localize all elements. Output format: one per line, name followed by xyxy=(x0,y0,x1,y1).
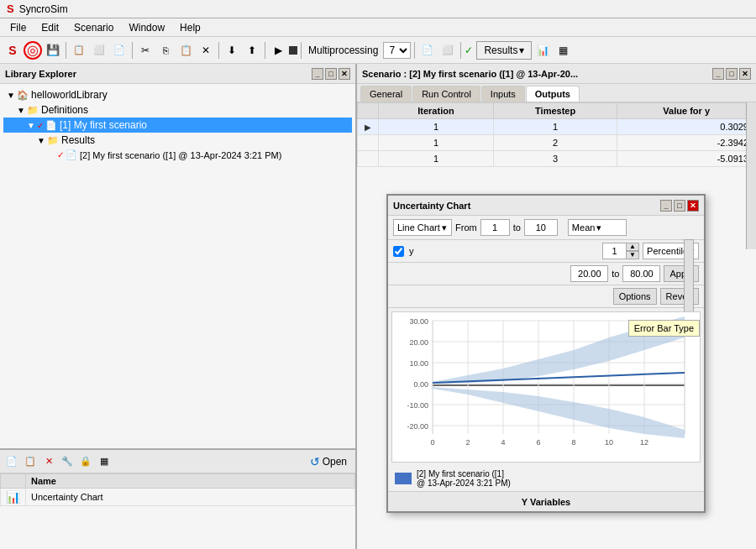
options-button[interactable]: Options xyxy=(613,288,657,305)
tab-general[interactable]: General xyxy=(360,86,412,102)
tab-bar: General Run Control Inputs Outputs xyxy=(357,84,756,102)
app-logo-btn[interactable]: S xyxy=(3,41,22,60)
library-panel-title: Library Explorer xyxy=(5,69,76,79)
tab-run-control[interactable]: Run Control xyxy=(412,86,480,102)
delete-btn[interactable]: ✕ xyxy=(197,41,215,60)
uncertainty-chart-window: Uncertainty Chart _ □ ✕ Line Chart ▾ Fro… xyxy=(386,194,706,513)
uncertainty-title: Uncertainty Chart xyxy=(393,201,470,211)
range-to-label: to xyxy=(612,269,619,279)
table-row[interactable]: 1 2 -2.3942 xyxy=(358,135,756,151)
iteration-2: 1 xyxy=(379,135,494,151)
chart-type-dropdown[interactable]: Line Chart ▾ xyxy=(393,219,452,236)
range-group: to Apply xyxy=(570,265,699,282)
menu-file[interactable]: File xyxy=(3,20,33,35)
tab-outputs[interactable]: Outputs xyxy=(526,86,580,102)
separator-3 xyxy=(218,42,219,59)
import-btn[interactable]: ⬆ xyxy=(243,41,261,60)
table-row[interactable]: 1 3 -5.0913 xyxy=(358,151,756,167)
copy-btn[interactable]: ⎘ xyxy=(156,41,175,60)
unc-toolbar-row4: Options Revert xyxy=(388,285,704,308)
svg-text:10: 10 xyxy=(605,438,613,447)
export-btn[interactable]: ⬇ xyxy=(223,41,241,60)
panel-close-btn[interactable]: ✕ xyxy=(339,68,350,80)
unc-minimize-btn[interactable]: _ xyxy=(660,200,672,212)
tree-definitions[interactable]: ▼ 📁 Definitions xyxy=(3,102,352,118)
save-icon[interactable]: 💾 xyxy=(44,41,62,60)
unc-toolbar-row1: Line Chart ▾ From to Mean ▾ xyxy=(388,216,704,240)
range-to-input[interactable] xyxy=(622,265,660,282)
app-title: SyncroSim xyxy=(19,3,68,15)
multiprocessing-select[interactable]: 7 xyxy=(383,42,411,59)
svg-text:4: 4 xyxy=(501,438,505,447)
main-area: Library Explorer _ □ ✕ ▼ 🏠 helloworldLib… xyxy=(0,64,756,549)
scenario-maximize-btn[interactable]: □ xyxy=(726,68,738,80)
paste-btn[interactable]: 📋 xyxy=(176,41,195,60)
lock-btn[interactable]: 🔒 xyxy=(77,453,94,470)
menu-edit[interactable]: Edit xyxy=(34,20,66,35)
scrollbar[interactable] xyxy=(746,102,756,249)
panel-minimize-btn[interactable]: _ xyxy=(312,68,323,80)
spin-up-btn[interactable]: ▲ xyxy=(626,243,639,251)
menu-help[interactable]: Help xyxy=(173,20,207,35)
result-file-icon: 📄 xyxy=(66,149,77,160)
stop-btn[interactable] xyxy=(289,46,297,55)
scenario-check-icon: ✓ xyxy=(37,121,44,130)
layout-btn[interactable]: ▦ xyxy=(554,41,572,60)
to-input[interactable] xyxy=(524,219,558,236)
scenario-file-icon: 📄 xyxy=(45,120,57,131)
settings-btn[interactable]: 🔧 xyxy=(59,453,76,470)
tree-result-item[interactable]: ✓ 📄 [2] My first scenario ([1] @ 13-Apr-… xyxy=(3,148,352,162)
table-row[interactable]: 📊 Uncertainty Chart xyxy=(1,489,355,506)
svg-text:10.00: 10.00 xyxy=(409,359,428,368)
definitions-icon: 📁 xyxy=(27,105,39,116)
delete-chart-btn[interactable]: ✕ xyxy=(40,453,57,470)
tree-root[interactable]: ▼ 🏠 helloworldLibrary xyxy=(3,87,352,102)
scenario-panel-controls: _ □ ✕ xyxy=(712,68,751,80)
run-btn[interactable]: ▶ xyxy=(269,41,287,60)
tab-inputs[interactable]: Inputs xyxy=(481,86,525,102)
open-button[interactable]: ↺ Open xyxy=(305,453,352,470)
open-label: Open xyxy=(323,456,347,468)
scenario-titlebar: Scenario : [2] My first scenario ([1] @ … xyxy=(357,64,756,84)
svg-text:2: 2 xyxy=(465,438,470,447)
menu-window[interactable]: Window xyxy=(122,20,171,35)
add-item-btn[interactable]: 📋 xyxy=(22,453,39,470)
table-row[interactable]: ▶ 1 1 0.3029 xyxy=(358,119,756,135)
stat-type-chevron: ▾ xyxy=(596,222,601,233)
y-checkbox[interactable] xyxy=(393,246,404,257)
timestep-1: 1 xyxy=(493,119,617,135)
stat-type-dropdown[interactable]: Mean ▾ xyxy=(568,219,627,236)
tree-scenario[interactable]: ▼ ✓ 📄 [1] My first scenario xyxy=(3,118,352,133)
from-input[interactable] xyxy=(480,219,510,236)
panel-maximize-btn[interactable]: □ xyxy=(325,68,337,80)
unc-maximize-btn[interactable]: □ xyxy=(674,200,685,212)
target-icon[interactable]: ◎ xyxy=(24,41,42,60)
results-arrow: ▼ xyxy=(37,136,47,145)
scenario-minimize-btn[interactable]: _ xyxy=(712,68,724,80)
timestep-3: 3 xyxy=(493,151,617,167)
scenario-panel: Scenario : [2] My first scenario ([1] @ … xyxy=(357,64,756,549)
scenario-btn1[interactable]: 📄 xyxy=(418,41,437,60)
svg-text:20.00: 20.00 xyxy=(409,338,428,347)
new-library-btn[interactable]: 📋 xyxy=(70,41,88,60)
row-arrow-1: ▶ xyxy=(365,123,371,132)
add-chart-btn[interactable]: 📄 xyxy=(3,453,20,470)
chart-export-btn[interactable]: 📊 xyxy=(533,41,552,60)
unc-close-btn[interactable]: ✕ xyxy=(687,200,699,212)
open-btn[interactable]: ⬜ xyxy=(90,41,108,60)
results-button[interactable]: Results ▾ xyxy=(476,41,532,60)
value-3: -5.0913 xyxy=(617,151,756,167)
tree-results-folder[interactable]: ▼ 📁 Results xyxy=(3,133,352,148)
scenario-btn2[interactable]: ⬜ xyxy=(438,41,457,60)
spinner-buttons: ▲ ▼ xyxy=(626,243,639,259)
menu-scenario[interactable]: Scenario xyxy=(67,20,120,35)
chart-icon-cell: 📊 xyxy=(1,489,26,506)
cut-btn[interactable]: ✂ xyxy=(136,41,155,60)
spinner-input[interactable] xyxy=(602,243,626,259)
more-btn[interactable]: ▦ xyxy=(96,453,113,470)
iteration-3: 1 xyxy=(379,151,494,167)
scenario-close-btn[interactable]: ✕ xyxy=(739,68,751,80)
close-lib-btn[interactable]: 📄 xyxy=(110,41,129,60)
range-from-input[interactable] xyxy=(570,265,608,282)
spin-down-btn[interactable]: ▼ xyxy=(626,251,639,259)
